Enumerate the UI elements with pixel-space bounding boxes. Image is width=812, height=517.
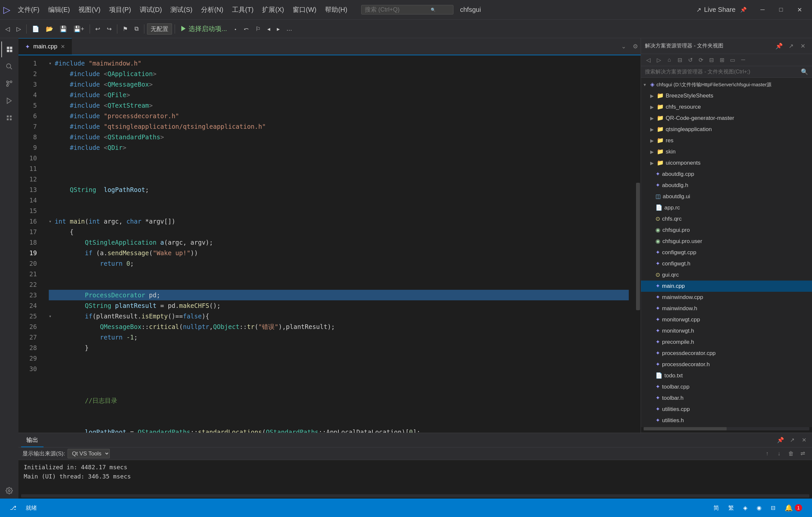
tb-step-over[interactable]: ⤺ [241,24,252,34]
tree-folder-qr[interactable]: ▶ 📁 QR-Code-generator-master [641,113,812,124]
tree-file-chfsgui-pro-user[interactable]: ◉ chfsgui.pro.user [641,236,812,247]
output-vscroll[interactable] [807,460,812,493]
se-expand[interactable]: ▭ [728,55,737,65]
config-selector[interactable]: 无配置 [147,23,172,35]
vertical-scrollbar[interactable] [635,55,641,480]
tree-file-monitorwgt-cpp[interactable]: ✦ monitorwgt.cpp [641,314,812,325]
se-search-input[interactable] [645,69,801,75]
menu-edit[interactable]: 编辑(E) [44,4,74,16]
se-properties[interactable]: ⊞ [718,55,727,65]
output-word-wrap[interactable]: ⇌ [798,449,808,458]
tree-file-configwgt-cpp[interactable]: ✦ configwgt.cpp [641,247,812,258]
status-chinese[interactable]: 繁 [724,504,738,512]
maximize-button[interactable]: □ [772,3,790,17]
panel-pin[interactable]: 📌 [774,41,784,51]
tab-list-btn[interactable]: ⌄ [618,41,629,51]
se-refresh[interactable]: ↺ [686,55,695,65]
output-scroll-down[interactable]: ↓ [774,449,784,458]
output-float[interactable]: ↗ [787,436,798,445]
tree-file-processdecorator-cpp[interactable]: ✦ processdecorator.cpp [641,348,812,359]
tb-open[interactable]: 📂 [43,24,56,34]
output-hscroll[interactable] [19,493,812,498]
tree-file-mainwindow-cpp[interactable]: ✦ mainwindow.cpp [641,292,812,303]
right-panel-hscroll[interactable] [641,427,812,432]
output-clear[interactable]: 🗑 [786,449,796,458]
se-minus[interactable]: ─ [738,55,748,65]
se-show-all[interactable]: ⊟ [675,55,685,65]
status-ready[interactable]: 就绪 [21,498,41,517]
menu-file[interactable]: 文件(F) [14,4,44,16]
run-button[interactable]: ▶ 选择启动项... [178,23,230,35]
activity-extensions[interactable] [1,110,17,126]
tree-folder-ui[interactable]: ▶ 📁 uicomponents [641,157,812,169]
se-forward[interactable]: ▷ [654,55,663,65]
tb-debug-btn[interactable]: ⬩ [231,24,240,34]
activity-source-control[interactable] [1,76,17,92]
tree-file-utilities-h[interactable]: ✦ utilities.h [641,415,812,426]
fold-icon-1[interactable]: ▾ [49,58,53,68]
tree-file-main-cpp[interactable]: ✦ main.cpp [641,280,812,292]
panel-float[interactable]: ↗ [786,41,796,51]
tree-file-precompile-h[interactable]: ✦ precompile.h [641,337,812,348]
tb-back[interactable]: ◁ [3,24,12,34]
tree-file-processdecorator-h[interactable]: ✦ processdecorator.h [641,359,812,370]
activity-settings[interactable] [1,483,17,498]
menu-tools[interactable]: 工具(T) [228,4,258,16]
menu-analyze[interactable]: 分析(N) [197,4,227,16]
menu-view[interactable]: 视图(V) [75,4,105,16]
close-button[interactable]: ✕ [790,3,809,17]
tree-file-app-rc[interactable]: 📄 app.rc [641,202,812,213]
tree-file-aboutdlg-ui[interactable]: ◫ aboutdlg.ui [641,191,812,202]
se-home[interactable]: ⌂ [665,55,674,65]
fold-icon-13[interactable]: ▾ [49,216,53,226]
search-input[interactable] [365,6,431,13]
tree-file-toolbar-cpp[interactable]: ✦ toolbar.cpp [641,381,812,393]
tree-file-toolbar-h[interactable]: ✦ toolbar.h [641,393,812,404]
output-tab[interactable]: 输出 [21,433,44,447]
tree-file-configwgt-h[interactable]: ✦ configwgt.h [641,258,812,269]
tb-more[interactable]: … [284,24,295,34]
status-icon5[interactable]: ⊟ [766,505,780,511]
tree-file-chfs-qrc[interactable]: ⊙ chfs.qrc [641,213,812,224]
tree-file-aboutdlg-h[interactable]: ✦ aboutdlg.h [641,180,812,191]
status-icon4[interactable]: ◉ [752,505,766,511]
tree-folder-qt[interactable]: ▶ 📁 qtsingleapplication [641,124,812,135]
status-icon3[interactable]: ◈ [738,505,752,511]
tb-new-file[interactable]: 📄 [29,24,42,34]
tb-undo[interactable]: ↩ [93,24,103,34]
fold-icon-21[interactable]: ▾ [49,311,53,322]
tree-folder-res[interactable]: ▶ 📁 res [641,135,812,146]
tb-nav1[interactable]: ◂ [265,24,273,34]
tree-file-chfsgui-pro[interactable]: ◉ chfsgui.pro [641,224,812,236]
tab-close[interactable]: ✕ [61,43,65,50]
status-i18n[interactable]: 简 [709,504,724,512]
menu-window[interactable]: 窗口(W) [289,4,320,16]
se-collapse[interactable]: ⊟ [707,55,716,65]
tb-redo[interactable]: ↪ [104,24,114,34]
scroll-thumb[interactable] [636,183,640,310]
output-source-select[interactable]: Qt VS Tools [67,449,110,458]
status-bell[interactable]: 🔔 1 [780,504,807,512]
tb-bookmark[interactable]: ⚑ [120,24,130,34]
output-pin[interactable]: 📌 [775,436,786,445]
menu-help[interactable]: 帮助(H) [321,4,351,16]
tree-folder-breeze[interactable]: ▶ 📁 BreezeStyleSheets [641,90,812,101]
tree-file-aboutdlg-cpp[interactable]: ✦ aboutdlg.cpp [641,169,812,180]
tree-file-todo-txt[interactable]: 📄 todo.txt [641,370,812,381]
tree-folder-chfs[interactable]: ▶ 📁 chfs_resource [641,101,812,113]
tb-find[interactable]: ⧉ [132,24,141,34]
output-scroll-up[interactable]: ↑ [762,449,773,458]
menu-project[interactable]: 项目(P) [105,4,135,16]
code-area[interactable]: ▾ #include "mainwindow.h" #include <QApp… [42,55,635,480]
tb-bookmark2[interactable]: ⚐ [253,24,263,34]
tree-file-gui-qrc[interactable]: ⊙ gui.qrc [641,269,812,280]
output-close[interactable]: ✕ [799,436,809,445]
tree-file-mainwindow-h[interactable]: ✦ mainwindow.h [641,303,812,314]
menu-extensions[interactable]: 扩展(X) [258,4,288,16]
tree-folder-skin[interactable]: ▶ 📁 skin [641,146,812,157]
se-back[interactable]: ◁ [644,55,653,65]
tree-file-monitorwgt-h[interactable]: ✦ monitorwgt.h [641,325,812,337]
tb-forward[interactable]: ▷ [14,24,24,34]
tree-file-utilities-cpp[interactable]: ✦ utilities.cpp [641,404,812,415]
menu-test[interactable]: 测试(S) [167,4,196,16]
